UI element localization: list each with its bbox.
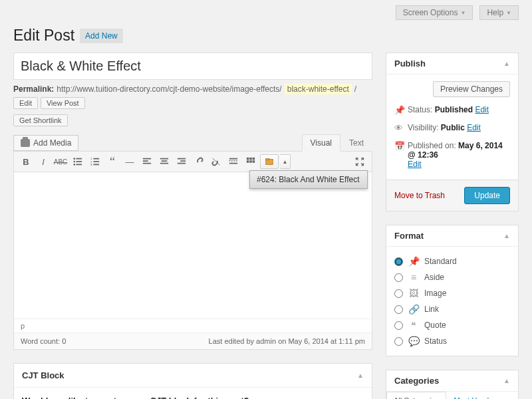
last-edited: Last edited by admin on May 6, 2014 at 1… [209,337,365,345]
bullet-list-button[interactable] [70,154,86,169]
format-label: Link [424,305,439,314]
get-shortlink-button[interactable]: Get Shortlink [13,114,68,126]
number-list-button[interactable]: 123 [87,154,103,169]
svg-rect-5 [76,164,82,166]
bold-button[interactable]: B [18,154,34,169]
publish-panel-toggle[interactable]: ▲ [503,60,510,67]
svg-point-0 [73,158,75,160]
svg-text:3: 3 [90,163,92,166]
permalink-base: http://www.tuition-directory.com/cjt-dem… [57,84,281,94]
chevron-down-icon: ▼ [460,10,466,16]
tab-text[interactable]: Text [340,134,372,152]
svg-rect-28 [247,160,249,163]
categories-panel-title: Categories [394,376,503,386]
align-center-button[interactable] [156,154,172,169]
calendar-icon: 📅 [394,141,404,151]
tab-visual[interactable]: Visual [302,134,340,152]
svg-rect-25 [247,158,249,160]
svg-rect-15 [160,158,168,160]
svg-rect-19 [180,160,186,162]
format-option-standard[interactable]: 📌Standard [394,253,510,269]
permalink-label: Permalink: [13,84,54,94]
strikethrough-button[interactable]: ABC [53,154,68,169]
publish-panel-title: Publish [394,59,503,68]
svg-rect-3 [76,161,82,162]
editor-content[interactable] [14,172,372,319]
format-radio[interactable] [394,305,403,314]
svg-rect-26 [249,158,252,160]
format-radio[interactable] [394,321,403,330]
svg-rect-20 [178,163,186,164]
link-button[interactable] [191,154,207,169]
cjt-panel-toggle[interactable]: ▲ [357,372,364,379]
hr-button[interactable]: — [122,154,138,169]
tab-all-categories[interactable]: All Categories [386,392,446,399]
screen-options-button[interactable]: Screen Options ▼ [396,5,473,20]
editor-path: p [21,322,25,330]
format-icon: 📌 [408,256,419,267]
format-label: Aside [424,273,444,282]
add-new-button[interactable]: Add New [80,29,123,43]
format-radio[interactable] [394,337,403,346]
format-icon: 🔗 [408,304,419,315]
edit-visibility-link[interactable]: Edit [467,123,481,132]
edit-status-link[interactable]: Edit [475,105,489,114]
italic-button[interactable]: I [35,154,51,169]
svg-rect-24 [229,163,237,164]
svg-rect-14 [143,163,151,164]
edit-permalink-button[interactable]: Edit [13,97,38,109]
screen-options-label: Screen Options [403,8,458,17]
format-option-status[interactable]: 💬Status [394,333,510,349]
align-left-button[interactable] [139,154,155,169]
format-option-quote[interactable]: ❝Quote [394,317,510,333]
format-label: Quote [424,321,446,330]
blockquote-button[interactable]: “ [104,154,120,169]
format-radio[interactable] [394,273,403,282]
help-button[interactable]: Help ▼ [479,5,519,20]
editor-container: B I ABC 123 “ — ▲ #6 [13,151,372,350]
word-count: Word count: 0 [21,337,66,345]
unlink-button[interactable] [208,154,224,169]
add-media-button[interactable]: Add Media [13,135,78,151]
svg-rect-30 [253,160,255,163]
format-option-image[interactable]: 🖼Image [394,285,510,301]
format-radio[interactable] [394,289,403,298]
format-icon: ≡ [408,272,419,283]
format-radio[interactable] [394,257,403,266]
add-media-label: Add Media [33,138,71,148]
toolbar-toggle-button[interactable] [243,154,259,169]
tab-most-used[interactable]: Most Used [446,392,496,399]
view-post-button[interactable]: View Post [41,97,85,109]
cjt-shortcode-button[interactable] [260,154,279,169]
svg-rect-16 [162,160,168,162]
svg-point-4 [73,164,75,166]
format-label: Status [424,336,447,346]
more-button[interactable] [225,154,241,169]
format-panel-toggle[interactable]: ▲ [503,232,510,239]
format-option-link[interactable]: 🔗Link [394,301,510,317]
move-to-trash-link[interactable]: Move to Trash [394,191,445,200]
categories-panel-toggle[interactable]: ▲ [503,377,510,384]
svg-rect-7 [93,158,99,160]
cjt-dropdown-toggle[interactable]: ▲ [280,154,291,169]
cjt-panel-title: CJT Block [22,370,357,380]
format-icon: ❝ [408,320,419,331]
format-option-aside[interactable]: ≡Aside [394,269,510,285]
format-icon: 🖼 [408,288,419,299]
svg-rect-22 [229,158,237,160]
fullscreen-button[interactable] [352,154,368,169]
post-title-input[interactable] [13,53,372,80]
update-button[interactable]: Update [464,187,510,204]
preview-changes-button[interactable]: Preview Changes [433,81,510,97]
svg-rect-27 [253,158,255,160]
svg-rect-32 [266,159,269,160]
svg-rect-12 [143,158,151,160]
edit-date-link[interactable]: Edit [408,160,422,169]
pin-icon: 📌 [394,105,404,115]
cjt-dropdown-item[interactable]: #624: Black And White Effect [249,170,368,189]
help-label: Help [487,8,503,17]
permalink-slug: black-white-effect [285,84,352,94]
align-right-button[interactable] [174,154,190,169]
svg-rect-9 [93,161,99,162]
svg-rect-11 [93,164,99,166]
